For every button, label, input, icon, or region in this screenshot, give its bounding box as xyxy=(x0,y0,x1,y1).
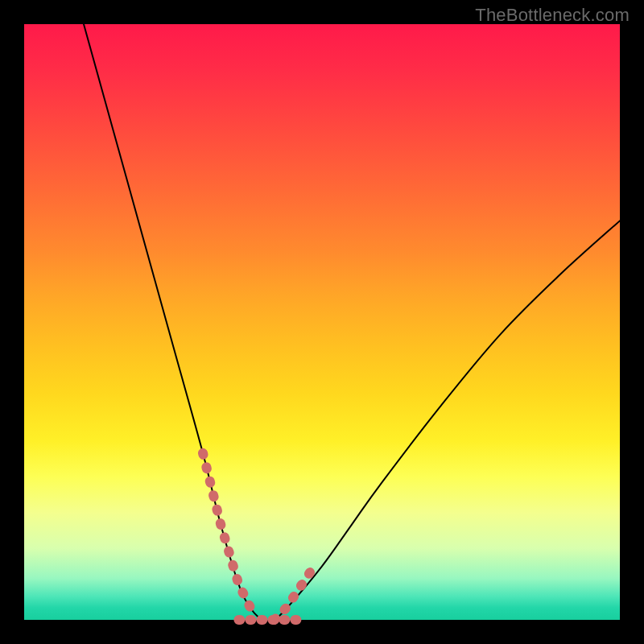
chart-svg xyxy=(24,24,620,620)
watermark-text: TheBottleneck.com xyxy=(475,5,630,26)
marker-segment-right xyxy=(275,572,310,620)
bottleneck-curve-line xyxy=(84,24,620,622)
marker-segment-left xyxy=(203,453,250,608)
